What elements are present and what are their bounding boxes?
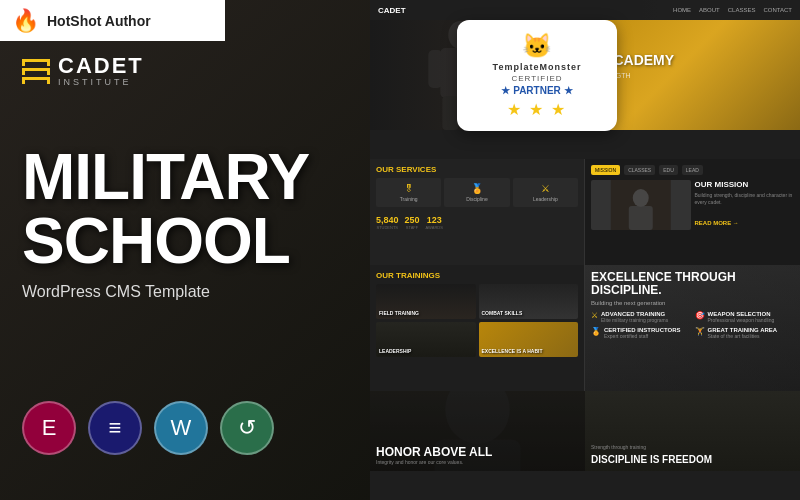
service-card-1: 🎖 Training [376,178,441,207]
mission-content: OUR MISSION Building strength, disciplin… [591,180,794,230]
svg-rect-2 [428,50,442,88]
tm-stars: ★ ★ ★ [475,100,599,119]
advanced-training-icon: ⚔ [591,311,598,320]
discipline-desc: Strength through training [591,444,794,450]
nav-classes: CLASSES [728,7,756,13]
uf-badge[interactable]: ≡ [88,401,142,455]
training-area-text: GREAT TRAINING AREA State of the art fac… [708,327,778,339]
service-label-1: Training [379,196,438,202]
revolution-badge[interactable]: ↺ [220,401,274,455]
preview-nav: CADET HOME ABOUT CLASSES CONTACT [370,0,800,20]
tm-icon: 🐱 [475,32,599,60]
elementor-icon: E [42,415,57,441]
stat-label-awards: AWARDS [426,225,443,230]
title-line2: SCHOOL [22,209,309,273]
feature-advanced-training: ⚔ ADVANCED TRAINING Elite military train… [591,311,691,323]
training-card-label-2: COMBAT SKILLS [482,310,523,316]
mission-tab-leadership[interactable]: LEAD [682,165,703,175]
training-card-3: LEADERSHIP [376,322,476,357]
preview-nav-logo: CADET [378,6,406,15]
feature-instructors: 🏅 CERTIFIED INSTRUCTORS Expert certified… [591,327,691,339]
chevron-1 [22,59,50,66]
service-icon-2: 🏅 [447,183,506,194]
training-grid: FIELD TRAINING COMBAT SKILLS LEADERSHIP … [376,284,578,357]
preview-bottom-row: HONOR ABOVE ALL Integrity and honor are … [370,391,800,471]
cadet-subtitle: INSTITUTE [58,77,144,87]
service-icon-1: 🎖 [379,183,438,194]
nav-home: HOME [673,7,691,13]
main-title-block: MILITARY SCHOOL WordPress CMS Template [22,145,309,301]
preview-services-section: OUR SERVICES 🎖 Training 🏅 Discipline ⚔ L… [370,159,585,265]
service-card-3: ⚔ Leadership [513,178,578,207]
svg-rect-4 [442,96,458,130]
training-card-excellence: EXCELLENCE IS A HABIT [479,322,579,357]
cadet-text: CADET INSTITUTE [58,55,144,87]
preview-honor-section: HONOR ABOVE ALL Integrity and honor are … [370,391,585,471]
wordpress-icon: W [171,415,192,441]
mission-text-body: Building strength, discipline and charac… [695,192,795,206]
template-subtitle: WordPress CMS Template [22,283,309,301]
mission-image [591,180,691,230]
excellence-title: EXCELLENCE THROUGH DISCIPLINE. [591,271,794,297]
weapon-selection-text: WEAPON SELECTION Professional weapon han… [708,311,775,323]
elementor-badge[interactable]: E [22,401,76,455]
mission-tab-active[interactable]: MISSION [591,165,620,175]
training-title: OUR TRAININGS [376,271,578,280]
chevron-2 [22,68,50,75]
training-card-2: COMBAT SKILLS [479,284,579,319]
service-label-2: Discipline [447,196,506,202]
mission-tab-classes[interactable]: CLASSES [624,165,655,175]
header-bar: 🔥 HotShot Author [0,0,225,41]
services-title: OUR SERVICES [376,165,578,174]
instructors-icon: 🏅 [591,327,601,336]
chevron-3 [22,77,50,84]
stat-label-staff: STAFF [405,225,420,230]
tm-partner: ★ PARTNER ★ [475,85,599,96]
title-line1: MILITARY [22,145,309,209]
training-excellence-label: EXCELLENCE IS A HABIT [482,348,543,354]
training-card-1: FIELD TRAINING [376,284,476,319]
mission-text-title: OUR MISSION [695,180,795,189]
mission-tab-edu[interactable]: EDU [659,165,678,175]
nav-about: ABOUT [699,7,720,13]
cadet-name: CADET [58,55,144,77]
instructors-label: CERTIFIED INSTRUCTORS [604,327,681,333]
preview-discipline-section: Strength through training DISCIPLINE IS … [585,391,800,471]
right-panel: 🐱 TemplateMonster CERTIFIED ★ PARTNER ★ … [370,0,800,500]
hotshot-icon: 🔥 [12,8,39,34]
tech-icons-row: E ≡ W ↺ [22,401,274,455]
honor-text: Integrity and honor are our core values. [376,459,579,465]
weapon-selection-desc: Professional weapon handling [708,317,775,323]
mission-read-more[interactable]: READ MORE → [695,211,795,229]
service-card-2: 🏅 Discipline [444,178,509,207]
left-panel: CADET INSTITUTE MILITARY SCHOOL WordPres… [0,0,370,500]
weapon-selection-icon: 🎯 [695,311,705,320]
honor-title: HONOR ABOVE ALL [376,445,579,459]
training-area-icon: 🏋 [695,327,705,336]
training-card-label-3: LEADERSHIP [379,348,411,354]
stat-staff: 250 STAFF [405,215,420,230]
mission-text-area: OUR MISSION Building strength, disciplin… [695,180,795,230]
advanced-training-desc: Elite military training programs [601,317,668,323]
tm-brand: TemplateMonster [475,62,599,72]
nav-contact: CONTACT [763,7,792,13]
mission-nav-tabs: MISSION CLASSES EDU LEAD [591,165,794,175]
stat-students: 5,840 STUDENTS [376,215,399,230]
stats-row: 5,840 STUDENTS 250 STAFF 123 AWARDS [376,215,578,230]
instructors-desc: Expert certified staff [604,333,681,339]
advanced-training-text: ADVANCED TRAINING Elite military trainin… [601,311,668,323]
feature-training-area: 🏋 GREAT TRAINING AREA State of the art f… [695,327,795,339]
uf-icon: ≡ [109,415,122,441]
advanced-training-label: ADVANCED TRAINING [601,311,668,317]
feature-weapon-selection: 🎯 WEAPON SELECTION Professional weapon h… [695,311,795,323]
training-area-desc: State of the art facilities [708,333,778,339]
wordpress-badge[interactable]: W [154,401,208,455]
training-card-label-1: FIELD TRAINING [379,310,419,316]
discipline-title: DISCIPLINE IS FREEDOM [591,454,794,465]
tm-certified: CERTIFIED [475,74,599,83]
stat-num-staff: 250 [405,215,420,225]
header-title: HotShot Author [47,13,151,29]
feature-icons-grid: ⚔ ADVANCED TRAINING Elite military train… [591,311,794,339]
training-area-label: GREAT TRAINING AREA [708,327,778,333]
revolution-icon: ↺ [238,415,256,441]
